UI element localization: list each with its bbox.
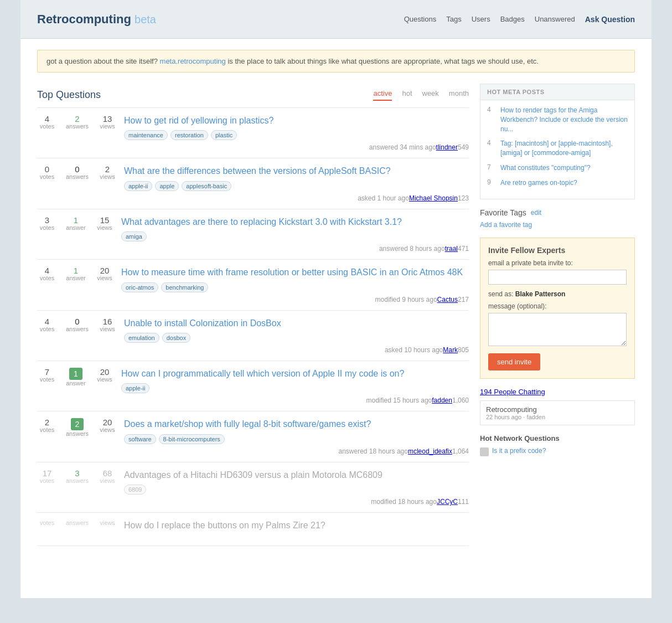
question-title[interactable]: How can I programmatically tell which ve… bbox=[121, 368, 469, 380]
views-stat: 16 views bbox=[97, 317, 117, 332]
fav-tags-header: Favorite Tags edit bbox=[480, 208, 635, 217]
chat-room-meta: 22 hours ago · fadden bbox=[486, 414, 629, 420]
question-author[interactable]: fadden bbox=[432, 397, 452, 404]
question-body: How do I replace the buttons on my Palms… bbox=[124, 519, 469, 538]
filter-week[interactable]: week bbox=[422, 89, 439, 101]
chat-count-link[interactable]: 194 People Chatting bbox=[480, 388, 545, 396]
question-tag[interactable]: 8-bit-microcomputers bbox=[159, 434, 225, 444]
views-count: 15 bbox=[100, 216, 110, 224]
question-author[interactable]: mcleod_ideafix bbox=[408, 447, 452, 455]
question-tag[interactable]: apple bbox=[155, 181, 179, 191]
answers-label: answer bbox=[66, 275, 85, 281]
question-tag[interactable]: oric-atmos bbox=[121, 282, 158, 292]
votes-stat: 2 votes bbox=[37, 418, 57, 433]
invite-email-label: email a private beta invite to: bbox=[488, 259, 627, 267]
hot-meta-link[interactable]: What constitutes "computing"? bbox=[500, 163, 591, 173]
favorite-tags-section: Favorite Tags edit Add a favorite tag bbox=[480, 208, 635, 229]
content-area: Top Questions active hot week month 4 vo… bbox=[37, 84, 469, 546]
meta-banner: got a question about the site itself? me… bbox=[37, 50, 635, 73]
question-meta: asked 10 hours ago Mark 805 bbox=[124, 346, 469, 354]
hot-meta-item: 4 Tag: [macintosh] or [apple-macintosh],… bbox=[487, 139, 628, 158]
question-title[interactable]: Unable to install Colonization in DosBox bbox=[124, 317, 469, 329]
nav-badges[interactable]: Badges bbox=[500, 15, 525, 23]
question-stats: 7 votes 1 answer 20 views bbox=[37, 368, 115, 387]
nav-tags[interactable]: Tags bbox=[446, 15, 461, 23]
question-tag[interactable]: restoration bbox=[170, 130, 208, 140]
answer-count: 1 bbox=[74, 216, 78, 224]
question-tag[interactable]: maintenance bbox=[124, 130, 168, 140]
views-count: 16 bbox=[103, 317, 112, 326]
question-title[interactable]: Does a market/shop with fully legal 8-bi… bbox=[124, 418, 469, 430]
votes-stat: 4 votes bbox=[37, 266, 57, 281]
vote-count: 4 bbox=[45, 115, 49, 123]
views-label: views bbox=[97, 224, 112, 231]
invite-message-textarea[interactable] bbox=[488, 313, 627, 346]
nav-unanswered[interactable]: Unanswered bbox=[535, 15, 575, 23]
question-tag[interactable]: emulation bbox=[124, 333, 159, 343]
question-author[interactable]: Michael Shopsin bbox=[409, 194, 458, 202]
answers-label: answers bbox=[66, 326, 89, 332]
answers-label: answer bbox=[66, 224, 85, 231]
add-favorite-tag[interactable]: Add a favorite tag bbox=[480, 221, 532, 229]
main-layout: Top Questions active hot week month 4 vo… bbox=[20, 84, 652, 563]
question-author[interactable]: Mark bbox=[443, 346, 458, 354]
question-meta-time: modified 9 hours ago bbox=[375, 296, 437, 303]
question-author[interactable]: tlindner bbox=[436, 143, 458, 151]
answers-stat: 2 answers bbox=[66, 115, 89, 130]
question-title[interactable]: How to get rid of yellowing in plastics? bbox=[124, 115, 469, 127]
views-stat: 13 views bbox=[97, 115, 117, 130]
filter-hot[interactable]: hot bbox=[402, 89, 412, 101]
question-tag[interactable]: plastic bbox=[211, 130, 237, 140]
hot-network-link[interactable]: Is it a prefix code? bbox=[492, 447, 546, 455]
question-author[interactable]: traal bbox=[445, 245, 458, 253]
question-tag[interactable]: applesoft-basic bbox=[182, 181, 231, 191]
nav-questions[interactable]: Questions bbox=[404, 15, 437, 23]
chat-room: Retrocomputing 22 hours ago · fadden bbox=[480, 400, 635, 425]
main-nav: Questions Tags Users Badges Unanswered A… bbox=[404, 15, 635, 24]
invite-email-input[interactable] bbox=[488, 270, 627, 285]
question-tag[interactable]: 6809 bbox=[124, 485, 146, 495]
question-author[interactable]: JCCyC bbox=[437, 498, 458, 506]
answer-count: 3 bbox=[75, 469, 79, 477]
question-item: 2 votes 2 answers 20 views Does a market… bbox=[37, 411, 469, 462]
votes-label: votes bbox=[40, 326, 54, 332]
question-title[interactable]: Advantages of a Hitachi HD6309 versus a … bbox=[124, 469, 469, 481]
views-label: views bbox=[97, 376, 112, 383]
question-title[interactable]: How do I replace the buttons on my Palms… bbox=[124, 519, 469, 532]
views-stat: 68 views bbox=[97, 469, 117, 484]
question-item: 4 votes 2 answers 13 views How to get ri… bbox=[37, 108, 469, 158]
views-label: views bbox=[100, 326, 115, 332]
question-tag[interactable]: apple-ii bbox=[121, 383, 149, 393]
question-body: How to measure time with frame resolutio… bbox=[121, 266, 469, 303]
votes-label: votes bbox=[40, 123, 54, 130]
votes-label: votes bbox=[40, 519, 54, 526]
question-stats: 3 votes 1 answer 15 views bbox=[37, 216, 115, 231]
question-tag[interactable]: benchmarking bbox=[161, 282, 208, 292]
answers-stat: 1 answer bbox=[66, 216, 86, 231]
views-stat: 15 views bbox=[95, 216, 115, 231]
question-title[interactable]: How to measure time with frame resolutio… bbox=[121, 266, 469, 279]
question-title[interactable]: What are the differences between the ver… bbox=[124, 165, 469, 177]
send-invite-button[interactable]: send invite bbox=[488, 353, 540, 370]
ask-question-button[interactable]: Ask Question bbox=[585, 15, 635, 24]
fav-tags-edit[interactable]: edit bbox=[531, 209, 541, 217]
answers-stat: 3 answers bbox=[66, 469, 89, 484]
question-rep: 805 bbox=[458, 346, 469, 354]
question-tag[interactable]: software bbox=[124, 434, 156, 444]
question-stats: 4 votes 1 answer 20 views bbox=[37, 266, 115, 281]
hot-meta-link[interactable]: Tag: [macintosh] or [apple-macintosh], [… bbox=[500, 139, 628, 158]
filter-month[interactable]: month bbox=[449, 89, 469, 101]
hot-meta-link[interactable]: Are retro games on-topic? bbox=[500, 178, 577, 188]
question-tag[interactable]: apple-ii bbox=[124, 181, 152, 191]
nav-users[interactable]: Users bbox=[472, 15, 490, 23]
question-tag[interactable]: dosbox bbox=[162, 333, 190, 343]
answers-label: answers bbox=[66, 519, 89, 526]
question-author[interactable]: Cactus bbox=[437, 296, 458, 303]
hot-meta-link[interactable]: How to render tags for the Amiga Workben… bbox=[500, 106, 628, 133]
question-title[interactable]: What advantages are there to replacing K… bbox=[121, 216, 469, 228]
question-tag[interactable]: amiga bbox=[121, 231, 147, 241]
hot-network-title: Hot Network Questions bbox=[480, 434, 635, 442]
meta-link[interactable]: meta.retrocomputing bbox=[160, 57, 226, 65]
filter-active[interactable]: active bbox=[373, 89, 392, 101]
votes-label: votes bbox=[40, 224, 54, 231]
